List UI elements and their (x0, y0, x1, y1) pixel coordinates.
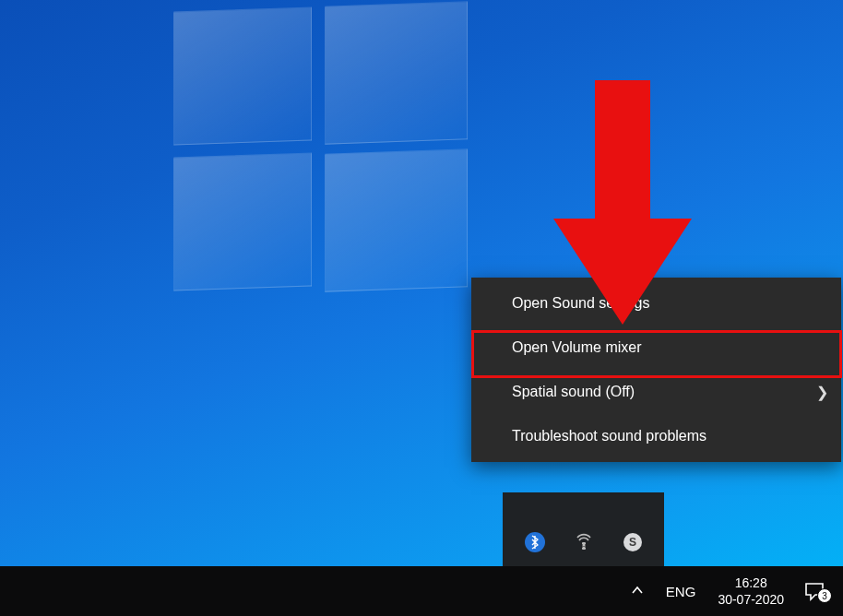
menu-item-label: Open Sound settings (512, 295, 649, 311)
windows-logo-wallpaper (166, 0, 470, 295)
notification-badge: 3 (817, 588, 832, 603)
clock-date: 30-07-2020 (718, 591, 784, 608)
svg-text:S: S (628, 536, 635, 549)
action-center-button[interactable]: 3 (795, 581, 834, 601)
menu-item-label: Troubleshoot sound problems (512, 428, 706, 444)
menu-item-spatial-sound[interactable]: Spatial sound (Off) ❯ (471, 370, 841, 414)
sound-context-menu: Open Sound settings Open Volume mixer Sp… (471, 278, 841, 462)
tray-overflow-panel: H S (503, 492, 664, 566)
menu-item-label: Open Volume mixer (512, 339, 642, 355)
desktop[interactable]: H S Open Sound settings Open Volume mixe… (0, 0, 843, 616)
menu-item-troubleshoot-sound[interactable]: Troubleshoot sound problems (471, 414, 841, 458)
taskbar: ENG 16:28 30-07-2020 3 (0, 566, 843, 616)
svg-rect-4 (595, 80, 650, 219)
svg-text:H: H (581, 543, 585, 549)
menu-item-open-volume-mixer[interactable]: Open Volume mixer (471, 326, 841, 370)
menu-item-label: Spatial sound (Off) (512, 384, 635, 399)
tray-overflow-button[interactable] (620, 584, 655, 599)
language-indicator[interactable]: ENG (655, 584, 707, 599)
clock-time: 16:28 (718, 575, 784, 591)
skype-icon[interactable]: S (620, 529, 646, 555)
hotspot-icon[interactable]: H (571, 529, 597, 555)
bluetooth-icon[interactable] (522, 529, 548, 555)
chevron-right-icon: ❯ (816, 384, 828, 401)
menu-item-open-sound-settings[interactable]: Open Sound settings (471, 281, 841, 326)
clock[interactable]: 16:28 30-07-2020 (706, 575, 795, 608)
language-label: ENG (666, 584, 696, 599)
